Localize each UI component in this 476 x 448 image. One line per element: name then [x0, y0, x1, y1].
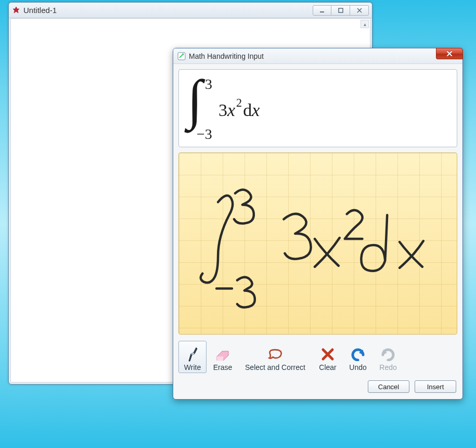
- background-window-title: Untitled-1: [23, 6, 57, 15]
- dialog-close-button[interactable]: [436, 48, 463, 59]
- handwriting-toolbar: Write Erase Select and Correct: [178, 340, 457, 373]
- background-window-controls: [313, 5, 369, 16]
- write-label: Write: [184, 363, 201, 372]
- svg-rect-1: [320, 11, 324, 12]
- undo-label: Undo: [349, 363, 366, 372]
- maximize-button[interactable]: [331, 5, 350, 16]
- undo-tool[interactable]: Undo: [344, 341, 372, 373]
- write-tool[interactable]: Write: [178, 341, 207, 373]
- upper-limit: 3: [205, 76, 212, 93]
- clear-label: Clear: [319, 363, 336, 372]
- pen-icon: [185, 347, 200, 362]
- coeff: 3: [218, 100, 227, 120]
- lower-limit: −3: [197, 126, 212, 143]
- svg-marker-0: [13, 7, 19, 13]
- integral-symbol: ∫ 3 −3: [187, 77, 211, 139]
- differential-var: x: [252, 100, 260, 120]
- dialog-titlebar[interactable]: Math Handwriting Input: [173, 48, 462, 64]
- svg-rect-2: [339, 8, 343, 12]
- handwriting-icon: [177, 52, 186, 60]
- background-window-titlebar[interactable]: Untitled-1: [9, 3, 372, 18]
- ink-strokes: [179, 153, 457, 334]
- lasso-icon: [267, 347, 283, 362]
- mathematica-icon: [12, 6, 20, 15]
- handwriting-canvas[interactable]: [178, 152, 457, 335]
- minimize-button[interactable]: [313, 5, 331, 16]
- math-handwriting-dialog: Math Handwriting Input ∫ 3 −3 3x2dx: [173, 48, 463, 400]
- select-correct-label: Select and Correct: [245, 363, 305, 372]
- cancel-button[interactable]: Cancel: [368, 380, 409, 393]
- erase-label: Erase: [213, 363, 233, 372]
- variable: x: [227, 100, 235, 120]
- dialog-title: Math Handwriting Input: [189, 52, 264, 60]
- insert-button[interactable]: Insert: [415, 380, 456, 393]
- redo-icon: [380, 347, 396, 362]
- differential-d: d: [243, 100, 252, 120]
- clear-icon: [320, 347, 336, 362]
- recognized-expression: ∫ 3 −3 3x2dx: [187, 77, 260, 139]
- eraser-icon: [215, 347, 230, 362]
- clear-tool[interactable]: Clear: [314, 341, 342, 373]
- power: 2: [236, 96, 242, 109]
- redo-tool[interactable]: Redo: [374, 341, 402, 373]
- recognition-preview: ∫ 3 −3 3x2dx: [178, 69, 457, 147]
- select-correct-tool[interactable]: Select and Correct: [239, 341, 312, 373]
- scroll-up-button[interactable]: ▴: [361, 20, 369, 28]
- redo-label: Redo: [379, 363, 396, 372]
- erase-tool[interactable]: Erase: [209, 341, 237, 373]
- undo-icon: [350, 347, 366, 362]
- close-button[interactable]: [350, 5, 369, 16]
- dialog-footer: Cancel Insert: [173, 377, 462, 399]
